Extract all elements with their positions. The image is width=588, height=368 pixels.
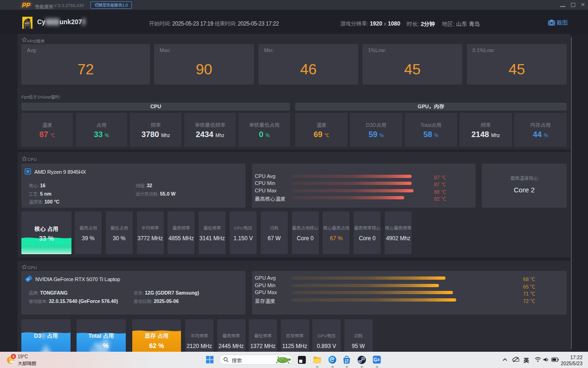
svg-text:5: 5 [13,355,14,358]
svg-text:G+: G+ [374,357,380,362]
